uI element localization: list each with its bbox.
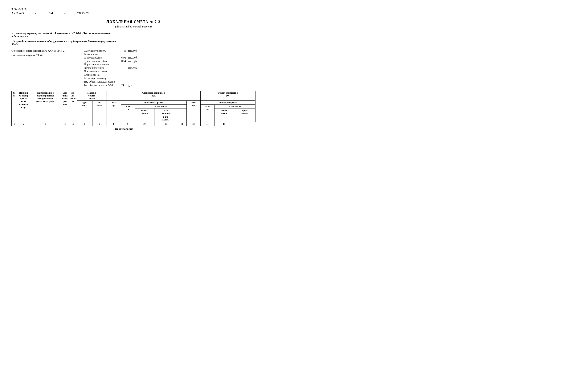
col-num-1: I (12, 122, 17, 126)
th-oborud: обо-руд. (107, 101, 121, 122)
th-mont-label: монтажных работ (121, 101, 187, 105)
al-line: Ал.I6 кн.3 (11, 12, 24, 15)
cost-row-3: б) монтажных работ 0,54 тыс.руб. (84, 60, 139, 63)
doc-header: 903-I-223 86 Ал.I6 кн.3 - 354 - 21195-10 (11, 8, 256, 15)
th-mont2-all: все-го (200, 105, 214, 122)
th-v-tom-chisle: в том числе (135, 105, 187, 108)
info-left: Основание: спецификация № Ал.4 л.ТМн-2 С… (11, 49, 76, 87)
th-mass-brutto: еди-ниц: (77, 101, 93, 122)
cost-val-2: 6,91 (116, 56, 128, 60)
doc-number: 903-I-223 86 (11, 8, 256, 11)
cost-row-1: В том числе: (84, 53, 139, 56)
th-osnov2: основ.экспл. (214, 108, 234, 122)
th-shifr: Шифр и№ позиц.прейск.УСН,ценникаи др. (17, 91, 30, 122)
col-num-7: 7 (92, 122, 107, 126)
cost-label-7: Стоимость на: (84, 73, 116, 77)
th-mass-netto: об-щая (92, 101, 107, 122)
cost-label-2: а) оборудования (84, 56, 116, 60)
cost-row-4: Нормативная условно- (84, 63, 139, 66)
desc-line1: К типовому проекту котельной с 4 котлами… (11, 32, 256, 38)
col-num-4: 4 (61, 122, 69, 126)
cost-label-10: 1м3 объема емкости 2х50 (84, 84, 116, 87)
reference: 21195-10 (77, 12, 89, 15)
col-num-5: 5 (69, 122, 77, 126)
th-qty: Ко-ли-част-во (69, 91, 77, 122)
cost-label-6: Показатели по смете (84, 70, 116, 73)
main-title: ЛОКАЛЬНАЯ СМЕТА № 7-2 (11, 20, 256, 24)
th-unit: Еди-ницаизме-ре-ния (61, 91, 69, 122)
th-ekspl-mash: экспл.машин. (154, 108, 177, 115)
th-num: №№ (12, 91, 17, 122)
th-v-tom-chisle2: в том числе (214, 105, 256, 108)
cost-label-5: чистая продукция (84, 66, 116, 70)
title-section: ЛОКАЛЬНАЯ СМЕТА № 7-2 (Локальный сметный… (11, 20, 256, 28)
cost-label-8: Расчетную единицу (84, 77, 116, 80)
info-section: Основание: спецификация № Ал.4 л.ТМн-2 С… (11, 49, 256, 87)
page-num: 354 (48, 11, 53, 15)
th-oborud2: обо-руд. (187, 101, 200, 122)
cost-label-1: В том числе: (84, 53, 116, 56)
th-stoimost-total: Общая стоимость вруб. (200, 91, 256, 101)
cost-label-9: 1м2 общей площади здания (84, 80, 116, 84)
col-num-10: I0 (135, 122, 154, 126)
cost-unit-2: тыс.руб. (128, 56, 139, 60)
th-osnov-zarp: основ.зарпл. (135, 108, 154, 122)
cost-row-10: 1м3 объема емкости 2х50 74,5 руб. (84, 84, 139, 87)
cost-unit-0: тыс.руб. (128, 49, 139, 53)
cost-label-3: б) монтажных работ (84, 60, 116, 63)
info-right: Сметная стоимость 7,45 тыс.руб. В том чи… (84, 49, 256, 87)
col-num-8: 8 (107, 122, 121, 126)
cost-val-10: 74,5 (116, 84, 128, 87)
desc-line3: На приобретение и монтаж оборудования и … (11, 40, 256, 46)
basis-text: Основание: спецификация № Ал.4 л.ТМн-2 (11, 49, 76, 52)
th-mass: Масса, тбруттонетто (77, 91, 107, 101)
cost-val-3: 0,54 (116, 60, 128, 63)
section-header-label: I. Оборудование (12, 126, 234, 132)
col-num-3: 3 (30, 122, 61, 126)
col-num-14: I4 (200, 122, 214, 126)
composed-text: Составлена в ценах 1984 г. (11, 54, 76, 57)
th-mont-all: все-го (121, 105, 135, 122)
col-num-12: I2 (177, 122, 187, 126)
col-num-15: I5 (214, 122, 234, 126)
table-header-row1: №№ Шифр и№ позиц.прейск.УСН,ценникаи др.… (12, 91, 256, 101)
description-section: К типовому проекту котельной с 4 котлами… (11, 32, 256, 46)
main-table: №№ Шифр и№ позиц.прейск.УСН,ценникаи др.… (11, 91, 256, 132)
cost-label-0: Сметная стоимость (84, 49, 116, 53)
cost-row-0: Сметная стоимость 7,45 тыс.руб. (84, 49, 139, 53)
dash2: - (64, 11, 66, 15)
th-stoimost-unit: Стоимость единицы вруб. (107, 91, 200, 101)
table-numbers-row: I 2 3 4 5 6 7 8 9 I0 II I2 I3 I4 I5 (12, 122, 256, 126)
cost-row-5: чистая продукция тыс.руб. (84, 66, 139, 70)
col-num-2: 2 (17, 122, 30, 126)
cost-label-4: Нормативная условно- (84, 63, 116, 66)
col-num-13: I3 (187, 122, 200, 126)
cost-unit-3: тыс.руб. (128, 60, 139, 63)
cost-unit-5: тыс.руб. (128, 66, 139, 70)
cost-row-9: 1м2 общей площади здания (84, 80, 139, 84)
cost-row-2: а) оборудования 6,91 тыс.руб. (84, 56, 139, 60)
th-name: Наименование ихарактеристикаоборудования… (30, 91, 61, 122)
cost-val-0: 7,45 (116, 49, 128, 53)
cost-unit-10: руб. (128, 84, 139, 87)
th-zarp2: зарпл.машин (234, 108, 256, 122)
th-v-t-ch-zarp: в т.ч.зарпл. (154, 115, 177, 122)
cost-row-7: Стоимость на: (84, 73, 139, 77)
th-empty-col (177, 108, 187, 122)
cost-row-8: Расчетную единицу (84, 77, 139, 80)
subtitle: (Локальный сметный расчет) (11, 25, 256, 28)
col-num-9: 9 (121, 122, 135, 126)
col-num-11: II (154, 122, 177, 126)
dash1: - (35, 11, 36, 15)
cost-row-6: Показатели по смете (84, 70, 139, 73)
cost-table: Сметная стоимость 7,45 тыс.руб. В том чи… (84, 49, 139, 87)
section-header-row: I. Оборудование (12, 126, 256, 132)
th-mont2-label: монтажных работ (200, 101, 256, 105)
col-num-6: 6 (77, 122, 93, 126)
